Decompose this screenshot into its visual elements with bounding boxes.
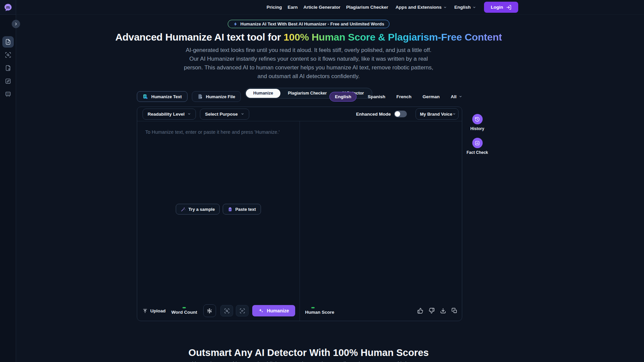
sidebar-item-writer[interactable] xyxy=(2,75,14,87)
human-score-indicator xyxy=(311,307,315,308)
detect-ai-button[interactable] xyxy=(220,305,233,316)
copy-icon xyxy=(451,308,458,314)
sidebar-item-humanizer[interactable] xyxy=(2,36,14,48)
file-plus-icon xyxy=(5,65,11,71)
humanize-text-button[interactable]: Humanize Text xyxy=(137,91,187,102)
scan-text-button[interactable] xyxy=(236,305,249,316)
humanizer-app-page: m xyxy=(0,0,644,362)
section-subtext-clipped: Humanize your AI text and publish conten… xyxy=(16,361,601,362)
humanize-file-button[interactable]: Humanize File xyxy=(192,91,241,102)
sidebar-item-one-on-one[interactable]: 1-1 xyxy=(2,88,14,100)
login-button[interactable]: Login xyxy=(484,2,518,13)
toolbar-right-group: Enhanced Mode My Brand Voice xyxy=(356,108,459,120)
copy-button[interactable] xyxy=(451,308,458,314)
svg-text:1-1: 1-1 xyxy=(6,93,10,95)
word-count-label: Word Count xyxy=(171,310,197,315)
freeze-words-button[interactable] xyxy=(203,304,216,317)
chevron-down-icon xyxy=(241,112,244,116)
thumbs-down-button[interactable] xyxy=(429,308,435,314)
language-english[interactable]: English xyxy=(329,92,357,102)
scan-search-icon xyxy=(5,52,11,58)
sidebar-tools: 1-1 xyxy=(0,36,16,100)
readability-level-dropdown[interactable]: Readability Level xyxy=(143,109,196,120)
hero-badge-text: Humanize AI Text With Best AI Humanizer … xyxy=(240,21,384,26)
brand-voice-label: My Brand Voice xyxy=(420,112,452,117)
hero-description: AI-generated text looks fine until you r… xyxy=(183,46,434,81)
scan-text-icon xyxy=(239,308,245,314)
magic-wand-icon xyxy=(181,207,186,212)
language-french[interactable]: French xyxy=(396,94,412,99)
humanize-file-label: Humanize File xyxy=(206,94,235,99)
enhanced-mode-label: Enhanced Mode xyxy=(356,112,391,117)
language-all-dropdown[interactable]: All xyxy=(451,94,462,99)
word-count[interactable]: Word Count xyxy=(171,307,197,315)
enhanced-mode-toggle[interactable] xyxy=(394,111,407,117)
try-sample-label: Try a sample xyxy=(189,207,215,212)
upload-label: Upload xyxy=(150,308,166,313)
sidebar-item-ai-detector[interactable] xyxy=(2,49,14,61)
output-pane: Human Score xyxy=(300,121,462,321)
nav-link-article-generator[interactable]: Article Generator xyxy=(304,5,340,10)
nav-language-label: English xyxy=(454,5,471,10)
brand-logo[interactable]: m xyxy=(0,0,16,15)
lightning-bolt-icon xyxy=(233,22,238,26)
language-all-label: All xyxy=(451,94,457,99)
history-button[interactable] xyxy=(472,114,483,124)
page-title-highlight: 100% Human Score & Plagiarism-Free Conte… xyxy=(283,32,502,43)
chevron-down-icon xyxy=(452,112,456,116)
paste-text-button[interactable]: Paste text xyxy=(223,204,261,215)
chevron-down-icon xyxy=(443,6,447,9)
nav-link-earn[interactable]: Earn xyxy=(288,5,298,10)
thumbs-up-button[interactable] xyxy=(417,308,423,314)
thumbs-up-icon xyxy=(417,308,423,314)
empty-state-actions: Try a sample Paste text xyxy=(137,204,300,215)
humanize-submit-label: Humanize xyxy=(267,308,289,313)
language-german[interactable]: German xyxy=(423,94,440,99)
language-spanish[interactable]: Spanish xyxy=(368,94,385,99)
quill-square-icon xyxy=(5,78,11,84)
nav-link-plagiarism-checker[interactable]: Plagiarism Checker xyxy=(346,5,388,10)
download-button[interactable] xyxy=(440,308,446,314)
toggle-knob xyxy=(395,111,400,117)
sparkles-icon xyxy=(258,308,264,313)
brand-voice-dropdown[interactable]: My Brand Voice xyxy=(416,108,459,120)
text-input[interactable] xyxy=(137,121,300,208)
select-purpose-dropdown[interactable]: Select Purpose xyxy=(200,109,249,120)
log-in-icon xyxy=(506,5,512,10)
main-content: Humanize AI Text With Best AI Humanizer … xyxy=(16,15,601,99)
file-edit-icon xyxy=(5,39,11,45)
paste-text-label: Paste text xyxy=(235,207,256,212)
editor-controls-row: Humanize Text Humanize File English Span… xyxy=(137,91,462,102)
nav-link-pricing[interactable]: Pricing xyxy=(267,5,282,10)
human-score: Human Score xyxy=(305,307,334,315)
nav-menu-language[interactable]: English xyxy=(454,5,476,10)
select-purpose-label: Select Purpose xyxy=(205,112,238,117)
upload-button[interactable]: Upload xyxy=(143,308,166,313)
board-1-1-icon: 1-1 xyxy=(5,91,11,98)
nav-menu-apps-extensions[interactable]: Apps and Extensions xyxy=(395,5,447,10)
history-label: History xyxy=(470,126,484,131)
thumbs-down-icon xyxy=(429,308,435,314)
sidebar-item-article-generator[interactable] xyxy=(2,62,14,74)
humanize-text-label: Humanize Text xyxy=(151,94,182,99)
hero-badge: Humanize AI Text With Best AI Humanizer … xyxy=(228,20,390,28)
brand-bubble-icon: m xyxy=(4,3,12,12)
humanize-submit-button[interactable]: Humanize xyxy=(252,305,295,316)
side-rail: History Fact Check xyxy=(467,114,488,155)
document-text-icon xyxy=(143,94,148,100)
editor-panes: Try a sample Paste text xyxy=(137,121,462,321)
svg-text:m: m xyxy=(6,5,10,9)
page-title: Advanced Humanize AI text tool for 100% … xyxy=(16,32,601,43)
editor-toolbar: Readability Level Select Purpose Enhance… xyxy=(137,107,462,121)
input-pane: Try a sample Paste text xyxy=(137,121,300,321)
readability-level-label: Readability Level xyxy=(148,112,184,117)
output-actions xyxy=(417,308,458,314)
word-count-indicator xyxy=(182,307,186,308)
sidebar-expand-button[interactable] xyxy=(12,20,20,28)
human-score-label: Human Score xyxy=(305,310,334,315)
login-label: Login xyxy=(491,5,503,10)
file-icon xyxy=(198,94,203,99)
try-sample-button[interactable]: Try a sample xyxy=(176,204,220,215)
chevron-down-icon xyxy=(187,112,191,116)
fact-check-button[interactable] xyxy=(472,138,483,148)
